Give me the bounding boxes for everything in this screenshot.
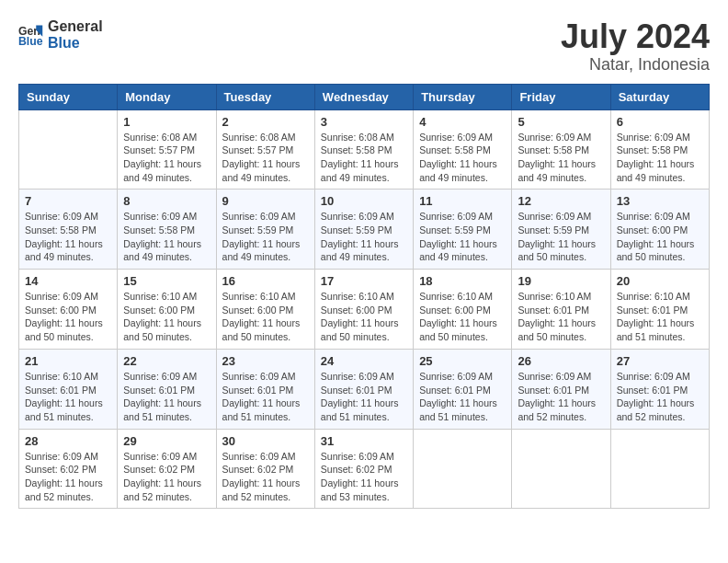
- day-number: 15: [123, 274, 210, 288]
- day-info: Sunrise: 6:09 AMSunset: 6:01 PMDaylight:…: [123, 370, 210, 424]
- day-info: Sunrise: 6:09 AMSunset: 6:02 PMDaylight:…: [321, 450, 407, 504]
- day-number: 3: [321, 115, 407, 129]
- day-info: Sunrise: 6:10 AMSunset: 6:00 PMDaylight:…: [321, 290, 407, 344]
- calendar-header: SundayMondayTuesdayWednesdayThursdayFrid…: [19, 84, 710, 109]
- page-header: Gen Blue General Blue July 2024 Natar, I…: [18, 18, 710, 75]
- day-number: 4: [419, 115, 506, 129]
- day-number: 16: [222, 274, 309, 288]
- day-info: Sunrise: 6:09 AMSunset: 5:59 PMDaylight:…: [321, 210, 407, 264]
- calendar-cell: 1Sunrise: 6:08 AMSunset: 5:57 PMDaylight…: [118, 109, 216, 190]
- calendar-week-4: 21Sunrise: 6:10 AMSunset: 6:01 PMDayligh…: [19, 349, 710, 429]
- day-number: 8: [123, 194, 210, 208]
- calendar-cell: 17Sunrise: 6:10 AMSunset: 6:00 PMDayligh…: [314, 270, 413, 350]
- day-number: 1: [123, 115, 210, 129]
- day-number: 2: [222, 115, 309, 129]
- calendar-cell: [19, 109, 118, 190]
- day-number: 23: [222, 354, 309, 368]
- calendar-cell: 19Sunrise: 6:10 AMSunset: 6:01 PMDayligh…: [512, 270, 610, 350]
- column-header-monday: Monday: [118, 84, 216, 109]
- day-info: Sunrise: 6:09 AMSunset: 6:01 PMDaylight:…: [419, 370, 506, 424]
- svg-text:Blue: Blue: [18, 35, 43, 48]
- column-header-wednesday: Wednesday: [314, 84, 413, 109]
- day-number: 11: [419, 194, 506, 208]
- day-info: Sunrise: 6:10 AMSunset: 6:00 PMDaylight:…: [419, 290, 506, 344]
- day-number: 21: [25, 354, 111, 368]
- day-info: Sunrise: 6:09 AMSunset: 6:02 PMDaylight:…: [123, 450, 210, 504]
- calendar-table: SundayMondayTuesdayWednesdayThursdayFrid…: [18, 84, 710, 510]
- calendar-cell: 31Sunrise: 6:09 AMSunset: 6:02 PMDayligh…: [314, 429, 413, 509]
- calendar-cell: 14Sunrise: 6:09 AMSunset: 6:00 PMDayligh…: [19, 270, 118, 350]
- calendar-cell: 3Sunrise: 6:08 AMSunset: 5:58 PMDaylight…: [314, 109, 413, 190]
- calendar-title: July 2024: [561, 18, 710, 55]
- calendar-cell: 13Sunrise: 6:09 AMSunset: 6:00 PMDayligh…: [610, 190, 709, 270]
- day-number: 25: [419, 354, 506, 368]
- logo-line1: General: [48, 18, 103, 35]
- day-number: 9: [222, 194, 309, 208]
- calendar-subtitle: Natar, Indonesia: [561, 55, 710, 75]
- calendar-cell: [512, 429, 610, 509]
- day-number: 30: [222, 434, 309, 448]
- day-number: 27: [617, 354, 703, 368]
- day-number: 17: [321, 274, 407, 288]
- day-info: Sunrise: 6:09 AMSunset: 6:02 PMDaylight:…: [222, 450, 309, 504]
- day-info: Sunrise: 6:09 AMSunset: 6:02 PMDaylight:…: [25, 450, 111, 504]
- calendar-week-3: 14Sunrise: 6:09 AMSunset: 6:00 PMDayligh…: [19, 270, 710, 350]
- day-number: 26: [518, 354, 604, 368]
- title-block: July 2024 Natar, Indonesia: [561, 18, 710, 75]
- day-info: Sunrise: 6:09 AMSunset: 5:59 PMDaylight:…: [419, 210, 506, 264]
- calendar-cell: 30Sunrise: 6:09 AMSunset: 6:02 PMDayligh…: [216, 429, 314, 509]
- calendar-cell: 9Sunrise: 6:09 AMSunset: 5:59 PMDaylight…: [216, 190, 314, 270]
- logo: Gen Blue General Blue: [18, 18, 103, 51]
- day-info: Sunrise: 6:10 AMSunset: 6:00 PMDaylight:…: [123, 290, 210, 344]
- day-info: Sunrise: 6:09 AMSunset: 5:59 PMDaylight:…: [518, 210, 604, 264]
- calendar-body: 1Sunrise: 6:08 AMSunset: 5:57 PMDaylight…: [19, 109, 710, 509]
- calendar-cell: 4Sunrise: 6:09 AMSunset: 5:58 PMDaylight…: [414, 109, 512, 190]
- day-number: 6: [617, 115, 703, 129]
- logo-icon: Gen Blue: [18, 22, 44, 48]
- day-info: Sunrise: 6:08 AMSunset: 5:57 PMDaylight:…: [123, 131, 210, 185]
- calendar-cell: 23Sunrise: 6:09 AMSunset: 6:01 PMDayligh…: [216, 349, 314, 429]
- logo-line2: Blue: [48, 35, 103, 52]
- calendar-cell: 10Sunrise: 6:09 AMSunset: 5:59 PMDayligh…: [314, 190, 413, 270]
- calendar-cell: 28Sunrise: 6:09 AMSunset: 6:02 PMDayligh…: [19, 429, 118, 509]
- calendar-cell: 22Sunrise: 6:09 AMSunset: 6:01 PMDayligh…: [118, 349, 216, 429]
- day-number: 31: [321, 434, 407, 448]
- calendar-cell: 6Sunrise: 6:09 AMSunset: 5:58 PMDaylight…: [610, 109, 709, 190]
- calendar-cell: 27Sunrise: 6:09 AMSunset: 6:01 PMDayligh…: [610, 349, 709, 429]
- day-number: 7: [25, 194, 111, 208]
- day-info: Sunrise: 6:08 AMSunset: 5:58 PMDaylight:…: [321, 131, 407, 185]
- calendar-cell: [610, 429, 709, 509]
- day-info: Sunrise: 6:09 AMSunset: 5:58 PMDaylight:…: [123, 210, 210, 264]
- day-number: 22: [123, 354, 210, 368]
- column-header-friday: Friday: [512, 84, 610, 109]
- calendar-cell: 24Sunrise: 6:09 AMSunset: 6:01 PMDayligh…: [314, 349, 413, 429]
- column-header-saturday: Saturday: [610, 84, 709, 109]
- day-number: 14: [25, 274, 111, 288]
- day-number: 20: [617, 274, 703, 288]
- day-number: 19: [518, 274, 604, 288]
- day-info: Sunrise: 6:09 AMSunset: 6:00 PMDaylight:…: [25, 290, 111, 344]
- calendar-cell: 7Sunrise: 6:09 AMSunset: 5:58 PMDaylight…: [19, 190, 118, 270]
- calendar-cell: 26Sunrise: 6:09 AMSunset: 6:01 PMDayligh…: [512, 349, 610, 429]
- day-info: Sunrise: 6:09 AMSunset: 5:58 PMDaylight:…: [518, 131, 604, 185]
- calendar-cell: 2Sunrise: 6:08 AMSunset: 5:57 PMDaylight…: [216, 109, 314, 190]
- day-info: Sunrise: 6:09 AMSunset: 5:58 PMDaylight:…: [419, 131, 506, 185]
- column-header-sunday: Sunday: [19, 84, 118, 109]
- calendar-cell: 12Sunrise: 6:09 AMSunset: 5:59 PMDayligh…: [512, 190, 610, 270]
- day-info: Sunrise: 6:09 AMSunset: 6:01 PMDaylight:…: [321, 370, 407, 424]
- calendar-cell: [414, 429, 512, 509]
- day-info: Sunrise: 6:10 AMSunset: 6:01 PMDaylight:…: [518, 290, 604, 344]
- day-number: 28: [25, 434, 111, 448]
- day-info: Sunrise: 6:10 AMSunset: 6:00 PMDaylight:…: [222, 290, 309, 344]
- day-number: 5: [518, 115, 604, 129]
- column-header-tuesday: Tuesday: [216, 84, 314, 109]
- calendar-week-5: 28Sunrise: 6:09 AMSunset: 6:02 PMDayligh…: [19, 429, 710, 509]
- day-number: 29: [123, 434, 210, 448]
- calendar-cell: 25Sunrise: 6:09 AMSunset: 6:01 PMDayligh…: [414, 349, 512, 429]
- day-info: Sunrise: 6:08 AMSunset: 5:57 PMDaylight:…: [222, 131, 309, 185]
- calendar-week-1: 1Sunrise: 6:08 AMSunset: 5:57 PMDaylight…: [19, 109, 710, 190]
- calendar-cell: 21Sunrise: 6:10 AMSunset: 6:01 PMDayligh…: [19, 349, 118, 429]
- calendar-cell: 29Sunrise: 6:09 AMSunset: 6:02 PMDayligh…: [118, 429, 216, 509]
- day-number: 24: [321, 354, 407, 368]
- day-info: Sunrise: 6:10 AMSunset: 6:01 PMDaylight:…: [25, 370, 111, 424]
